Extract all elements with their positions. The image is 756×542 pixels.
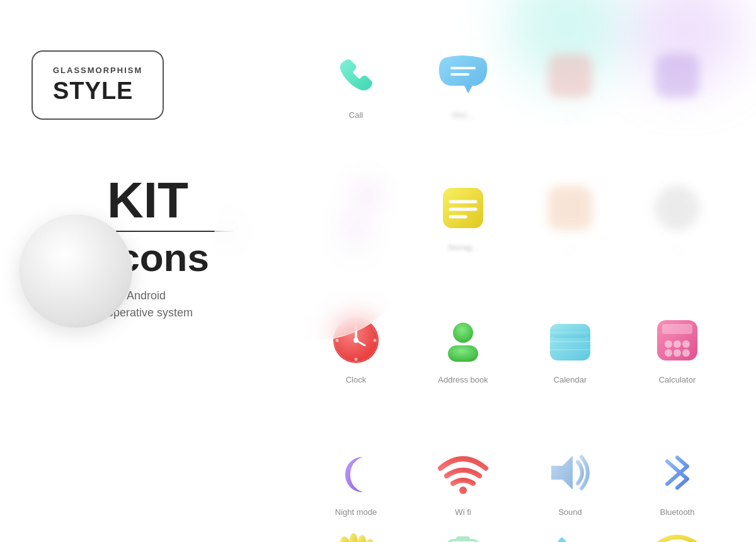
svg-point-35 <box>682 349 690 357</box>
wifi-icon <box>435 444 491 501</box>
svg-rect-3 <box>655 54 699 98</box>
blurred-icon-3 <box>542 180 598 236</box>
icon-cell-sound: Sound <box>517 397 624 529</box>
calendar-label: Calendar <box>554 375 587 384</box>
icon-cell-message: Mes... <box>410 0 517 132</box>
kit-title: KIT <box>107 175 246 226</box>
battery-icon: 70% <box>435 529 491 542</box>
svg-point-21 <box>453 323 473 343</box>
icon-cell-data: Data connection <box>517 529 624 542</box>
bluetooth-icon <box>649 444 706 501</box>
message-label: Mes... <box>452 110 474 120</box>
call-icon <box>328 47 384 104</box>
svg-rect-10 <box>548 186 592 230</box>
icon-cell-blurred2: ... <box>624 0 731 132</box>
icon-cell-night: Night mode <box>302 397 410 529</box>
calculator-icon <box>649 312 706 369</box>
svg-point-32 <box>682 340 690 348</box>
svg-point-11 <box>655 185 700 231</box>
calculator-label: Calculator <box>659 375 696 384</box>
calendar-icon <box>542 312 598 369</box>
storage-label: Storag... <box>447 243 478 252</box>
icon-cell-blurred1: ... <box>517 0 624 132</box>
icon-cell-wifi: Wi fi <box>410 397 517 529</box>
blurred-label-2: ... <box>674 110 681 120</box>
icons-area: Call Mes... <box>290 0 756 542</box>
svg-point-5 <box>348 219 363 231</box>
icon-cell-blurred3: ... <box>517 132 624 265</box>
icon-cell-flashlight: Flashlight <box>302 529 410 542</box>
svg-point-16 <box>353 338 358 343</box>
blurred-label-4: ... <box>674 243 681 252</box>
icon-cell-calculator: Calculator <box>624 265 731 397</box>
bluetooth-label: Bluetooth <box>660 507 695 517</box>
clock-label: Clock <box>346 375 367 384</box>
icons-grid: Call Mes... <box>290 0 756 542</box>
svg-rect-29 <box>662 324 692 334</box>
night-label: Night mode <box>335 507 377 517</box>
blurred-icon-1 <box>542 47 598 104</box>
svg-point-30 <box>665 340 672 348</box>
data-connection-icon <box>542 529 598 542</box>
player-icon <box>328 180 384 236</box>
icon-cell-blurred4: ... <box>624 132 731 265</box>
night-icon <box>328 444 384 501</box>
icon-cell-clock: Clock <box>302 265 410 397</box>
call-label: Call <box>349 110 363 120</box>
style-label: STYLE <box>53 78 133 104</box>
icon-cell-calendar: Calendar <box>517 265 624 397</box>
white-orb <box>19 214 132 328</box>
svg-point-17 <box>355 320 358 323</box>
icon-cell-battery: 70% Battery <box>410 529 517 542</box>
icon-cell-storage: Storag... <box>410 132 517 265</box>
svg-rect-46 <box>456 536 470 541</box>
svg-point-39 <box>349 533 358 542</box>
blurred-label-3: ... <box>567 243 574 252</box>
svg-rect-25 <box>550 332 590 337</box>
sound-icon <box>542 444 598 501</box>
svg-point-31 <box>673 340 681 348</box>
svg-point-19 <box>336 339 339 342</box>
blurred-icon-2 <box>649 47 706 104</box>
svg-rect-2 <box>548 54 592 98</box>
icon-cell-bluetooth: Bluetooth <box>624 397 731 529</box>
style-badge: GLASSMORPHISM STYLE <box>32 50 164 120</box>
svg-point-36 <box>459 487 467 494</box>
wifi-label: Wi fi <box>455 507 471 517</box>
address-label: Address book <box>438 375 488 384</box>
message-icon <box>435 47 491 104</box>
svg-point-34 <box>673 349 681 357</box>
icon-cell-router: Router <box>624 529 731 542</box>
address-icon <box>435 312 491 369</box>
icon-cell-address: Address book <box>410 265 517 397</box>
svg-point-20 <box>374 339 377 342</box>
glassmorphism-label: GLASSMORPHISM <box>53 66 142 75</box>
clock-icon <box>328 312 384 369</box>
svg-point-18 <box>355 358 358 361</box>
icon-cell-player: Player <box>302 132 410 265</box>
svg-point-40 <box>356 534 366 542</box>
kit-divider <box>107 231 233 232</box>
router-icon <box>649 529 706 542</box>
svg-rect-22 <box>448 345 478 362</box>
sound-label: Sound <box>558 507 582 517</box>
storage-icon <box>435 180 491 236</box>
blurred-icon-4 <box>649 180 706 236</box>
icon-cell-call: Call <box>302 0 410 132</box>
player-label: Player <box>345 243 368 252</box>
flashlight-icon <box>328 529 384 542</box>
blurred-label-1: ... <box>567 110 574 120</box>
svg-point-33 <box>665 349 672 357</box>
